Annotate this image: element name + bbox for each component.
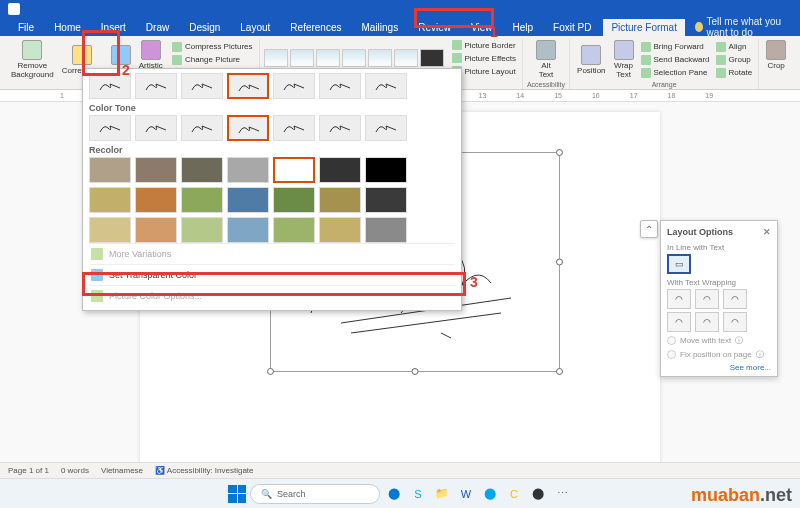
- style-preset[interactable]: [264, 49, 288, 67]
- selection-pane-button[interactable]: Selection Pane: [639, 67, 712, 79]
- bring-forward-button[interactable]: Bring Forward: [639, 41, 712, 53]
- saturation-swatch[interactable]: [273, 73, 315, 99]
- tone-swatch[interactable]: [227, 115, 269, 141]
- tone-swatch[interactable]: [319, 115, 361, 141]
- tell-me-search[interactable]: Tell me what you want to do: [695, 16, 800, 38]
- tab-layout[interactable]: Layout: [232, 19, 278, 36]
- alt-text-button[interactable]: Alt Text: [533, 39, 559, 80]
- recolor-swatch[interactable]: [273, 187, 315, 213]
- wrap-square[interactable]: ◠: [667, 289, 691, 309]
- picture-effects-button[interactable]: Picture Effects: [450, 52, 518, 64]
- recolor-swatch[interactable]: [227, 217, 269, 243]
- accessibility-status[interactable]: ♿ Accessibility: Investigate: [155, 466, 253, 475]
- saturation-swatch[interactable]: [227, 73, 269, 99]
- page-indicator[interactable]: Page 1 of 1: [8, 466, 49, 475]
- tab-review[interactable]: Review: [410, 19, 459, 36]
- tone-swatch[interactable]: [89, 115, 131, 141]
- taskbar-app-icon[interactable]: S: [408, 484, 428, 504]
- tone-swatch[interactable]: [181, 115, 223, 141]
- taskbar-app-icon[interactable]: ⬤: [528, 484, 548, 504]
- resize-handle[interactable]: [556, 368, 563, 375]
- see-more-link[interactable]: See more...: [667, 363, 771, 372]
- recolor-swatch[interactable]: [89, 217, 131, 243]
- layout-options-toggle[interactable]: ⌃: [640, 220, 658, 238]
- recolor-swatch[interactable]: [89, 157, 131, 183]
- taskbar-app-icon[interactable]: ⬤: [384, 484, 404, 504]
- rotate-button[interactable]: Rotate: [714, 67, 755, 79]
- recolor-swatch[interactable]: [181, 187, 223, 213]
- style-preset[interactable]: [394, 49, 418, 67]
- wrap-tight[interactable]: ◠: [695, 289, 719, 309]
- saturation-swatch[interactable]: [365, 73, 407, 99]
- recolor-swatch[interactable]: [227, 187, 269, 213]
- recolor-swatch[interactable]: [227, 157, 269, 183]
- recolor-swatch[interactable]: [181, 157, 223, 183]
- recolor-swatch[interactable]: [135, 217, 177, 243]
- tab-references[interactable]: References: [282, 19, 349, 36]
- recolor-swatch[interactable]: [135, 157, 177, 183]
- tab-picture-format[interactable]: Picture Format: [603, 19, 685, 36]
- recolor-swatch[interactable]: [319, 157, 361, 183]
- taskbar-app-icon[interactable]: C: [504, 484, 524, 504]
- change-picture-button[interactable]: Change Picture: [170, 54, 255, 66]
- wrap-topbottom[interactable]: ◠: [667, 312, 691, 332]
- compress-pictures-button[interactable]: Compress Pictures: [170, 41, 255, 53]
- resize-handle[interactable]: [556, 259, 563, 266]
- taskbar-app-icon[interactable]: W: [456, 484, 476, 504]
- tab-home[interactable]: Home: [46, 19, 89, 36]
- wrap-front[interactable]: ◠: [723, 312, 747, 332]
- fix-position-radio[interactable]: Fix position on page ⓘ: [667, 349, 771, 360]
- move-with-text-radio[interactable]: Move with text ⓘ: [667, 335, 771, 346]
- taskbar-app-icon[interactable]: ⬤: [480, 484, 500, 504]
- set-transparent-color-item[interactable]: Set Transparent Color: [89, 264, 455, 285]
- taskbar-app-icon[interactable]: ⋯: [552, 484, 572, 504]
- tab-insert[interactable]: Insert: [93, 19, 134, 36]
- tab-mailings[interactable]: Mailings: [353, 19, 406, 36]
- wrap-through[interactable]: ◠: [723, 289, 747, 309]
- saturation-swatch[interactable]: [135, 73, 177, 99]
- wrap-behind[interactable]: ◠: [695, 312, 719, 332]
- language-indicator[interactable]: Vietnamese: [101, 466, 143, 475]
- style-preset[interactable]: [368, 49, 392, 67]
- recolor-swatch[interactable]: [365, 187, 407, 213]
- recolor-swatch[interactable]: [273, 217, 315, 243]
- send-backward-button[interactable]: Send Backward: [639, 54, 712, 66]
- style-preset[interactable]: [316, 49, 340, 67]
- wrap-text-button[interactable]: Wrap Text: [611, 39, 637, 80]
- tab-file[interactable]: File: [10, 19, 42, 36]
- style-preset[interactable]: [342, 49, 366, 67]
- recolor-swatch[interactable]: [365, 217, 407, 243]
- recolor-swatch[interactable]: [89, 187, 131, 213]
- recolor-swatch[interactable]: [135, 187, 177, 213]
- saturation-swatch[interactable]: [181, 73, 223, 99]
- picture-border-button[interactable]: Picture Border: [450, 39, 518, 51]
- position-button[interactable]: Position: [574, 44, 608, 76]
- resize-handle[interactable]: [412, 368, 419, 375]
- group-button[interactable]: Group: [714, 54, 755, 66]
- wrap-inline[interactable]: ▭: [667, 254, 691, 274]
- crop-button[interactable]: Crop: [763, 39, 789, 71]
- tone-swatch[interactable]: [135, 115, 177, 141]
- align-button[interactable]: Align: [714, 41, 755, 53]
- recolor-swatch[interactable]: [319, 217, 361, 243]
- tab-draw[interactable]: Draw: [138, 19, 177, 36]
- style-preset[interactable]: [420, 49, 444, 67]
- remove-background-button[interactable]: Remove Background: [8, 39, 57, 80]
- recolor-swatch[interactable]: [319, 187, 361, 213]
- close-icon[interactable]: ✕: [763, 227, 771, 237]
- style-preset[interactable]: [290, 49, 314, 67]
- tab-design[interactable]: Design: [181, 19, 228, 36]
- recolor-swatch[interactable]: [181, 217, 223, 243]
- word-count[interactable]: 0 words: [61, 466, 89, 475]
- saturation-swatch[interactable]: [319, 73, 361, 99]
- tone-swatch[interactable]: [273, 115, 315, 141]
- taskbar-app-icon[interactable]: 📁: [432, 484, 452, 504]
- recolor-swatch[interactable]: [273, 157, 315, 183]
- tab-help[interactable]: Help: [504, 19, 541, 36]
- resize-handle[interactable]: [267, 368, 274, 375]
- recolor-swatch[interactable]: [365, 157, 407, 183]
- tone-swatch[interactable]: [365, 115, 407, 141]
- start-button[interactable]: [228, 485, 246, 503]
- resize-handle[interactable]: [556, 149, 563, 156]
- tab-foxit[interactable]: Foxit PD: [545, 19, 599, 36]
